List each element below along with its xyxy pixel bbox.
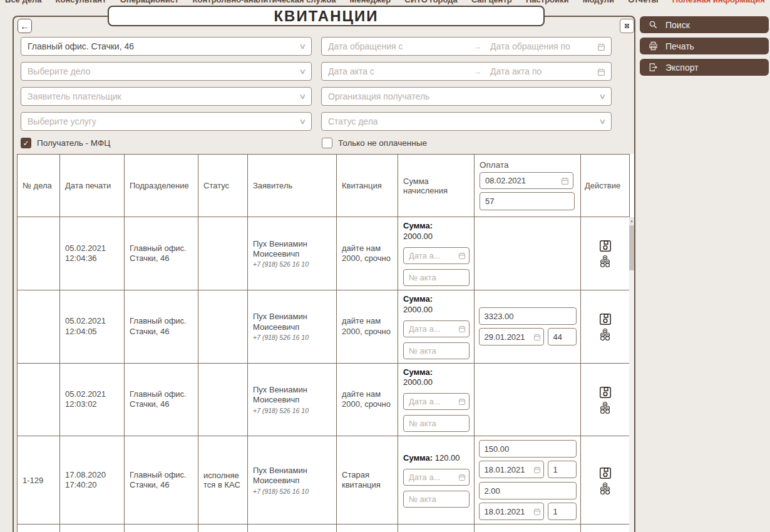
payment-group xyxy=(479,440,577,478)
act-number-input[interactable] xyxy=(403,415,470,432)
payment-filter-date-field xyxy=(480,172,573,189)
calendar-icon xyxy=(458,325,466,335)
header-status: Статус xyxy=(198,155,248,217)
menu-item[interactable]: Операционист xyxy=(120,0,179,4)
print-datetime: 05.02.202112:03:02 xyxy=(65,389,119,410)
coins-icon xyxy=(599,482,612,494)
cell-division: Главный офис. Стачки, 46 xyxy=(125,290,198,363)
menu-item[interactable]: Менеджер xyxy=(350,0,391,4)
menu-item[interactable]: Все дела xyxy=(5,0,41,4)
cell-case-number xyxy=(18,363,60,436)
save-icon xyxy=(598,239,612,253)
payment-number-input[interactable] xyxy=(548,503,577,520)
cell-payment xyxy=(475,363,581,436)
payment-amount-input[interactable] xyxy=(479,307,577,325)
calendar-icon xyxy=(533,466,541,476)
checkbox-label: Получатель - МФЦ xyxy=(37,138,110,148)
range-arrow-icon: → xyxy=(473,67,481,76)
cell-status xyxy=(198,290,248,363)
save-button[interactable] xyxy=(598,386,612,399)
table-row: 1-129 17.08.202017:40:20 Главный офис. С… xyxy=(18,436,630,524)
menu-item[interactable]: Отчеты xyxy=(628,0,659,4)
payment-amount-input[interactable] xyxy=(479,440,577,458)
export-button[interactable]: Экспорт xyxy=(640,59,769,76)
table-row: 05.02.202112:04:05 Главный офис. Стачки,… xyxy=(18,290,630,363)
pay-button[interactable] xyxy=(599,328,612,340)
chevron-down-icon: ∨ xyxy=(598,92,606,101)
menu-item[interactable]: СИТО города xyxy=(404,0,457,4)
filter-division-select[interactable]: Главный офис. Стачки, 46 ∨ xyxy=(21,37,312,56)
menu-item[interactable]: Полезная информация xyxy=(672,0,765,4)
filter-service-placeholder: Выберите услугу xyxy=(28,116,96,126)
chevron-down-icon: ∨ xyxy=(299,117,306,126)
case-status-placeholder: Статус дела xyxy=(328,116,378,126)
cell-accrual-sum: Сумма: 122.00 xyxy=(398,524,475,532)
cell-print-date xyxy=(60,524,125,532)
pay-button[interactable] xyxy=(599,482,612,494)
payment-filter-number-input[interactable] xyxy=(480,192,575,210)
payment-number-input[interactable] xyxy=(548,461,577,478)
accrual-sum: Сумма:2000.00 xyxy=(403,367,469,389)
print-button[interactable]: Печать xyxy=(640,38,769,54)
cell-division xyxy=(125,524,198,532)
table-header-row: № дела Дата печати Подразделение Статус … xyxy=(18,155,630,217)
filter-service-select[interactable]: Выберите услугу ∨ xyxy=(21,112,312,131)
filter-request-date-range[interactable]: Дата обращения с → Дата обращения по xyxy=(321,37,612,56)
back-arrow-icon: ← xyxy=(20,21,29,31)
save-button[interactable] xyxy=(598,239,612,253)
menu-item[interactable]: Консультант xyxy=(56,0,106,4)
payment-filter-date-input[interactable] xyxy=(480,172,573,189)
cell-print-date: 17.08.202017:40:20 xyxy=(60,436,125,524)
pay-button[interactable] xyxy=(599,401,612,414)
save-button[interactable] xyxy=(598,312,612,326)
pay-button[interactable] xyxy=(599,255,612,267)
cell-receipt: дайте нам 2000, срочно xyxy=(337,363,398,436)
header-accrual-sum: Сумма начисления xyxy=(398,155,475,217)
checkbox-recipient-mfc[interactable]: ✓ Получатель - МФЦ xyxy=(21,138,110,148)
chevron-down-icon: ∨ xyxy=(299,92,306,101)
top-menu: Все делаКонсультантОперационистКонтрольн… xyxy=(0,0,770,6)
cell-payment xyxy=(475,217,581,290)
applicant-name: Пух Вениамин Моисеевичп xyxy=(253,312,331,332)
save-button[interactable] xyxy=(598,466,612,480)
cell-print-date: 05.02.202112:04:36 xyxy=(60,217,125,290)
checkbox-only-unpaid[interactable]: Только не оплаченные xyxy=(322,138,427,148)
scrollbar-up-arrow[interactable]: ▲ xyxy=(629,217,634,225)
page-title: КВИТАНЦИИ xyxy=(274,8,378,25)
cell-receipt xyxy=(337,524,398,532)
vertical-scrollbar[interactable]: ▲ xyxy=(629,217,634,532)
menu-item[interactable]: Настройки xyxy=(526,0,569,4)
filter-recipient-org-select[interactable]: Организация получатель ∨ xyxy=(321,87,612,106)
act-number-field xyxy=(403,269,470,286)
payment-group xyxy=(479,482,577,520)
payment-number-input[interactable] xyxy=(548,328,577,345)
cell-receipt: дайте нам 2000, срочно xyxy=(337,217,398,290)
scrollbar-thumb[interactable] xyxy=(629,225,634,270)
top-menu-items: Все делаКонсультантОперационистКонтрольн… xyxy=(0,0,770,4)
cell-actions xyxy=(581,290,630,363)
act-number-input[interactable] xyxy=(403,491,470,508)
cell-applicant: Пух Вениамин Моисеевичп +7 (918) 526 16 … xyxy=(248,436,337,524)
cell-status xyxy=(198,524,248,532)
filter-case-status-select[interactable]: Статус дела ∨ xyxy=(321,112,612,131)
save-icon xyxy=(598,312,612,326)
back-button[interactable]: ← xyxy=(18,19,32,33)
act-number-input[interactable] xyxy=(403,269,470,286)
menu-item[interactable]: Контрольно-аналитическая служба xyxy=(193,0,336,4)
title-box: КВИТАНЦИИ xyxy=(108,6,545,26)
act-number-field xyxy=(403,342,470,359)
filter-act-date-range[interactable]: Дата акта с → Дата акта по xyxy=(321,62,612,81)
menu-item[interactable]: Модули xyxy=(583,0,614,4)
calendar-icon xyxy=(597,43,605,53)
payment-amount-input[interactable] xyxy=(479,482,577,499)
filter-case-select[interactable]: Выберите дело ∨ xyxy=(21,62,312,81)
header-applicant: Заявитель xyxy=(248,155,337,217)
act-number-input[interactable] xyxy=(403,342,470,359)
coins-icon xyxy=(599,255,612,267)
search-button[interactable]: Поиск xyxy=(640,16,769,33)
expand-icon xyxy=(623,22,631,30)
filter-payer-select[interactable]: Заявитель плательщик ∨ xyxy=(21,87,312,106)
expand-button[interactable] xyxy=(620,19,634,33)
menu-item[interactable]: Call центр xyxy=(471,0,512,4)
accrual-sum: Сумма:2000.00 xyxy=(403,294,469,315)
